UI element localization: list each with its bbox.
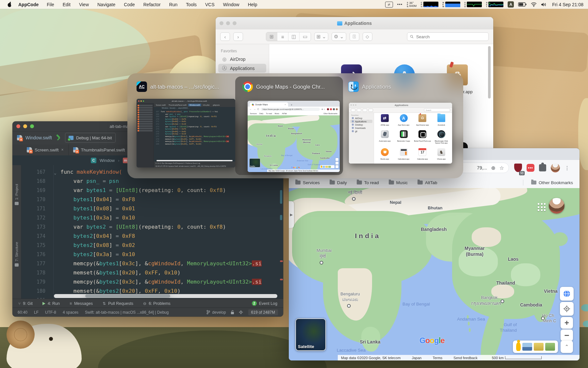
tool-button-pull-requests[interactable]: ⇅Pull Requests (103, 301, 133, 306)
menu-item-navigate[interactable]: Navigate (93, 2, 120, 7)
zoom-button[interactable] (30, 124, 34, 128)
status-segment[interactable]: UTF-8 (45, 310, 56, 315)
status-segment[interactable]: Swift: alt-tab-macos | macOS ...x86_64] … (85, 310, 169, 315)
cpu-widget[interactable]: CPU (421, 2, 438, 8)
tool-button-4-run[interactable]: 4: Run (42, 301, 60, 306)
action-gear-button[interactable]: ⚙ ⌄ (332, 32, 346, 41)
minimize-button[interactable] (23, 124, 27, 128)
share-button[interactable]: ⍐ (350, 32, 359, 41)
menu-item-view[interactable]: View (75, 2, 93, 7)
other-bookmarks-folder[interactable]: Other Bookmarks (531, 180, 573, 185)
switcher-item-chrome[interactable]: Google Maps - Google Chr... (242, 81, 325, 92)
menu-item-code[interactable]: Code (120, 2, 139, 7)
my-location-button[interactable] (560, 302, 574, 316)
editor-scrollbar-thumb[interactable] (280, 190, 282, 204)
chrome-profile-avatar[interactable] (551, 163, 560, 172)
satellite-toggle[interactable]: Satellite (295, 318, 326, 351)
horizontal-scrollbar[interactable] (54, 294, 277, 298)
fold-arrow-icon[interactable]: ⌄ (54, 168, 57, 178)
attribution-link-send-feedback[interactable]: Send feedback (453, 356, 477, 360)
editor-tab-thumbnailspanel-swift[interactable]: ThumbnailsPanel.swift (69, 144, 130, 155)
list-view-button[interactable]: ≡ (277, 32, 288, 41)
run-configuration-select[interactable]: Debug | Mac 64-bit (65, 133, 116, 143)
finder-search-field[interactable] (407, 32, 489, 41)
memory-indicator[interactable]: 619 of 2487M (248, 309, 278, 315)
thumbnail-finder-window[interactable]: Applications Search Favorites AirDropApp… (349, 103, 452, 164)
tool-button-event-log[interactable]: 2Event Log (252, 301, 277, 306)
attribution-link-japan[interactable]: Japan (412, 356, 421, 360)
status-segment[interactable]: 60:40 (18, 310, 27, 315)
nav-file-name[interactable]: Window.swift (25, 135, 52, 140)
apple-menu[interactable] (5, 2, 14, 7)
thumbnail-chrome-window[interactable]: Google Maps × + ←→C https://www.google.c… (248, 101, 340, 172)
close-button[interactable] (220, 21, 223, 25)
editor-tab-screen-swift[interactable]: Screen.swift× (22, 144, 69, 155)
switcher-item-appcode[interactable]: alt-tab-macos – .../src/logic... (137, 81, 219, 92)
extension-icon[interactable]: ••• (527, 164, 534, 172)
sensor-widget[interactable]: SEN 36° 840M (407, 2, 416, 8)
menu-bar-clock[interactable]: Fri 4 Sep 21:08 (552, 2, 583, 7)
error-stripe-mark[interactable] (280, 279, 283, 280)
battery-icon[interactable] (518, 2, 527, 7)
tool-button-6-problems[interactable]: ⊖6: Problems (143, 301, 171, 306)
overflow-dots-icon[interactable]: ••• (397, 2, 403, 7)
close-button[interactable] (16, 124, 20, 128)
menu-item-help[interactable]: Help (244, 2, 262, 7)
error-stripe-mark[interactable] (280, 260, 283, 262)
group-button[interactable]: ⊞ ⌄ (314, 32, 328, 41)
switcher-item-finder[interactable]: Applications (348, 81, 391, 92)
streetview-thumbnail[interactable] (545, 343, 555, 351)
code-editor[interactable]: 167func makeKeyWindow(168 var psn_ = psn… (21, 165, 283, 299)
menu-item-edit[interactable]: Edit (58, 2, 75, 7)
tool-button-9-git[interactable]: ⑂9: Git (18, 301, 33, 306)
google-apps-grid-icon[interactable] (538, 203, 546, 212)
zoom-in-button[interactable]: + (561, 317, 573, 329)
collapse-controls-button[interactable]: ⌃ (561, 341, 573, 353)
menu-item-refactor[interactable]: Refactor (139, 2, 165, 7)
sidebar-item-applications[interactable]: ⒶApplications (218, 64, 266, 73)
git-branch-widget[interactable]: develop (206, 310, 226, 315)
volume-icon[interactable] (541, 2, 547, 7)
minimize-button[interactable] (226, 21, 230, 25)
back-button[interactable]: ‹ (220, 32, 230, 41)
attribution-link-terms[interactable]: Terms (433, 356, 442, 360)
bookmark-folder-daily[interactable]: Daily (330, 180, 347, 185)
menu-item-run[interactable]: Run (165, 2, 182, 7)
status-segment[interactable]: 4 spaces (63, 310, 78, 315)
menu-item-window[interactable]: Window (219, 2, 244, 7)
memory-widget[interactable]: MEM (443, 2, 460, 8)
streetview-thumbnail[interactable] (522, 343, 532, 351)
column-view-button[interactable]: ◫ (288, 32, 300, 41)
menu-item-tools[interactable]: Tools (182, 2, 201, 7)
thumbnail-appcode-window[interactable]: alt-tab-macos – .../src/logic/Window.swi… (137, 99, 235, 167)
globe-layers-button[interactable] (560, 287, 574, 301)
extensions-puzzle-icon[interactable] (539, 164, 546, 171)
zoom-out-button[interactable]: − (561, 329, 573, 341)
breadcrumb-label[interactable]: Window (100, 158, 115, 163)
side-panel-handle[interactable]: ▶ (289, 201, 294, 228)
streetview-thumbnail[interactable] (534, 343, 544, 351)
tool-window-structure[interactable]: 7: Structure (12, 227, 21, 267)
pegman-icon[interactable] (516, 342, 521, 351)
build-hammer-icon[interactable] (55, 134, 62, 141)
bookmark-folder-services[interactable]: Services (295, 180, 320, 185)
zoom-page-icon[interactable]: ⊕ (491, 165, 495, 171)
tool-window-project[interactable]: 1: Project (12, 169, 21, 205)
finder-scrollbar[interactable] (488, 46, 491, 98)
sidebar-item-airdrop[interactable]: ◎AirDrop (218, 55, 266, 63)
menu-item-file[interactable]: File (42, 2, 58, 7)
zoom-button[interactable] (233, 21, 237, 25)
editor-scrollbar-thumb[interactable] (280, 215, 282, 220)
status-segment[interactable]: LF (34, 310, 39, 315)
wifi-icon[interactable] (531, 2, 537, 7)
icon-view-button[interactable]: ⊞ (266, 32, 277, 41)
close-tab-icon[interactable]: × (61, 148, 64, 152)
unlock-icon[interactable] (231, 310, 234, 314)
pegman-control[interactable] (513, 341, 558, 353)
forward-button[interactable]: › (233, 32, 243, 41)
app-menu-title[interactable]: AppCode (14, 2, 42, 7)
network-widget[interactable]: NET (486, 2, 503, 8)
ssd-widget[interactable]: SSD (465, 2, 482, 8)
tool-button-messages[interactable]: ≡Messages (70, 301, 93, 306)
bookmark-folder-alttab[interactable]: AltTab (417, 180, 437, 185)
